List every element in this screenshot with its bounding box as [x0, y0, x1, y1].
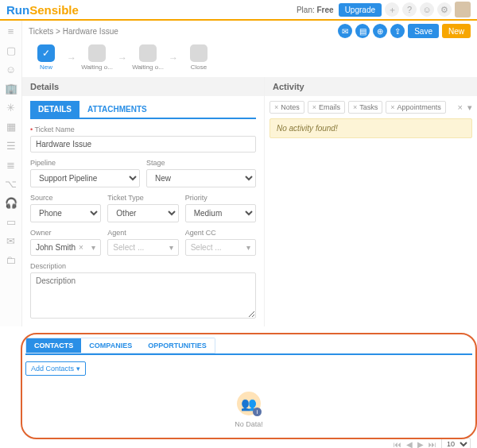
owner-multiselect[interactable]: John Smith × ▾ — [30, 239, 101, 256]
ticket-name-input[interactable] — [30, 136, 256, 153]
mail-icon[interactable]: ✉ — [5, 235, 17, 246]
filter-emails[interactable]: ×Emails — [308, 101, 345, 114]
stage-waiting-2[interactable]: Waiting o... — [132, 44, 164, 71]
remove-filter-icon[interactable]: × — [353, 103, 357, 111]
menu-icon[interactable]: ≡ — [5, 25, 17, 37]
tab-details[interactable]: DETAILS — [30, 101, 80, 118]
agent-multiselect[interactable]: Select ... ▾ — [107, 239, 178, 256]
top-right-controls: Plan: Free Upgrade ＋ ? ☺ ⚙ — [297, 2, 471, 17]
filter-appointments[interactable]: ×Appointments — [386, 101, 445, 114]
avatar[interactable] — [455, 2, 471, 17]
activity-filters: ×Notes ×Emails ×Tasks ×Appointments × ▾ — [270, 96, 472, 118]
plan-label: Plan: Free — [297, 6, 334, 14]
priority-label: Priority — [185, 194, 256, 202]
share-action-icon[interactable]: ⇪ — [390, 24, 405, 38]
owner-label: Owner — [30, 229, 101, 237]
pager-first-icon[interactable]: ⏮ — [394, 440, 401, 449]
companies-icon[interactable]: 🏢 — [5, 83, 17, 94]
remove-filter-icon[interactable]: × — [274, 103, 278, 111]
pager: ⏮ ◀ ▶ ⏭ 10 — [0, 434, 477, 448]
filter-tasks[interactable]: ×Tasks — [348, 101, 382, 114]
related-tabs: CONTACTS COMPANIES OPPORTUNITIES — [25, 338, 215, 353]
related-panel: CONTACTS COMPANIES OPPORTUNITIES Add Con… — [25, 338, 472, 434]
tab-attachments[interactable]: ATTACHMENTS — [80, 101, 155, 118]
add-contacts-button[interactable]: Add Contacts ▾ — [25, 361, 86, 376]
ticket-type-select[interactable]: Other — [107, 204, 178, 222]
contacts-icon[interactable]: ☺ — [5, 64, 17, 75]
documents-icon[interactable]: ☰ — [5, 140, 17, 151]
stage-close[interactable]: Close — [183, 44, 215, 71]
reports-icon[interactable]: ▭ — [5, 216, 17, 227]
new-button[interactable]: New — [442, 24, 471, 38]
tab-contacts[interactable]: CONTACTS — [26, 338, 81, 353]
breadcrumb-root[interactable]: Tickets — [29, 27, 53, 36]
breadcrumb-current: Hardware Issue — [63, 27, 118, 36]
upgrade-button[interactable]: Upgrade — [339, 3, 382, 17]
tab-companies[interactable]: COMPANIES — [81, 338, 140, 353]
no-data-text: No Data! — [25, 420, 472, 428]
no-activity-message: No activity found! — [270, 118, 472, 138]
dashboard-icon[interactable]: ▢ — [5, 44, 17, 56]
no-data-icon: 👥 — [237, 392, 261, 415]
check-icon: ✓ — [37, 44, 55, 62]
email-action-icon[interactable]: ✉ — [338, 24, 352, 38]
priority-select[interactable]: Medium — [185, 204, 256, 222]
automation-icon[interactable]: ✳ — [5, 102, 17, 113]
chevron-down-icon: ▾ — [76, 365, 80, 373]
page-size-select[interactable]: 10 — [441, 438, 471, 448]
brand-logo: RunSensible — [6, 3, 79, 17]
list-icon[interactable]: ≣ — [5, 159, 17, 170]
description-label: Description — [30, 262, 256, 270]
description-textarea[interactable] — [30, 272, 256, 319]
remove-filter-icon[interactable]: × — [312, 103, 316, 111]
remove-chip-icon[interactable]: × — [79, 243, 83, 252]
chevron-down-icon: ▾ — [246, 243, 250, 252]
agent-cc-label: Agent CC — [185, 229, 256, 237]
stage-waiting-1[interactable]: Waiting o... — [81, 44, 113, 71]
source-select[interactable]: Phone — [30, 204, 101, 222]
agent-cc-multiselect[interactable]: Select ... ▾ — [185, 239, 256, 256]
stage-new[interactable]: ✓ New — [30, 44, 62, 71]
chevron-down-icon: ▾ — [91, 243, 95, 252]
stage-select[interactable]: New — [146, 169, 256, 187]
pipeline-select[interactable]: Support Pipeline — [30, 169, 140, 187]
stage-tracker: ✓ New → Waiting o... → Waiting o... → Cl… — [22, 41, 477, 77]
breadcrumb: Tickets > Hardware Issue — [29, 27, 118, 36]
ticket-type-label: Ticket Type — [107, 194, 178, 202]
chevron-down-icon[interactable]: ▾ — [467, 102, 472, 113]
details-panel-header: Details — [22, 77, 264, 96]
clear-filters-icon[interactable]: × — [458, 102, 463, 112]
chevron-right-icon: → — [118, 52, 127, 64]
tab-opportunities[interactable]: OPPORTUNITIES — [140, 338, 215, 353]
pager-next-icon[interactable]: ▶ — [417, 440, 424, 449]
chevron-down-icon: ▾ — [169, 243, 173, 252]
stage-label: Stage — [146, 159, 256, 167]
billing-icon[interactable]: ⌥ — [5, 178, 17, 189]
settings-icon[interactable]: ⚙ — [437, 2, 452, 17]
help-icon[interactable]: ? — [402, 2, 417, 17]
save-button[interactable]: Save — [408, 24, 439, 38]
chevron-right-icon: → — [169, 52, 178, 64]
pin-action-icon[interactable]: ⊕ — [373, 24, 387, 38]
filter-notes[interactable]: ×Notes — [270, 101, 304, 114]
detail-tabs: DETAILS ATTACHMENTS — [30, 101, 256, 119]
files-icon[interactable]: 🗀 — [5, 254, 17, 265]
calendar-icon[interactable]: ▦ — [5, 121, 17, 132]
chevron-right-icon: → — [67, 52, 76, 64]
add-icon[interactable]: ＋ — [385, 2, 399, 17]
brand-part1: Run — [6, 3, 29, 17]
brand-part2: Sensible — [29, 3, 79, 17]
source-label: Source — [30, 194, 101, 202]
remove-filter-icon[interactable]: × — [390, 103, 394, 111]
activity-panel-header: Activity — [265, 77, 477, 96]
pager-prev-icon[interactable]: ◀ — [406, 440, 413, 449]
notifications-icon[interactable]: ☺ — [420, 2, 434, 17]
top-bar: RunSensible Plan: Free Upgrade ＋ ? ☺ ⚙ — [0, 0, 477, 21]
tickets-icon[interactable]: 🎧 — [5, 197, 17, 208]
left-sidebar: ≡ ▢ ☺ 🏢 ✳ ▦ ☰ ≣ ⌥ 🎧 ▭ ✉ 🗀 — [0, 21, 22, 326]
ticket-name-label: Ticket Name — [30, 126, 256, 133]
pager-last-icon[interactable]: ⏭ — [429, 440, 436, 449]
note-action-icon[interactable]: ▤ — [355, 24, 370, 38]
agent-label: Agent — [107, 229, 178, 237]
pipeline-label: Pipeline — [30, 159, 140, 167]
